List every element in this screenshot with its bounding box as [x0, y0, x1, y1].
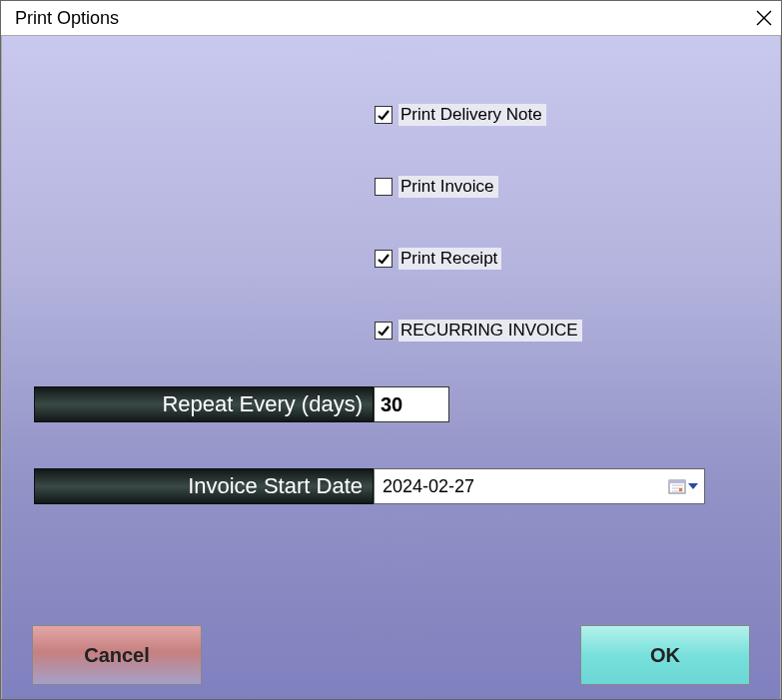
cancel-button-label: Cancel — [84, 644, 150, 667]
checkbox-delivery-note[interactable] — [375, 106, 392, 124]
start-date-row: Invoice Start Date 2024-02-27 — [34, 468, 705, 504]
print-options-window: Print Options Print Delivery Note Print … — [0, 0, 782, 700]
checkbox-label-delivery-note: Print Delivery Note — [398, 104, 546, 126]
repeat-every-input[interactable] — [374, 386, 449, 422]
start-date-value: 2024-02-27 — [383, 476, 668, 497]
repeat-every-row: Repeat Every (days) — [34, 386, 449, 422]
date-picker-icon[interactable] — [668, 478, 698, 494]
window-title: Print Options — [15, 8, 119, 29]
chevron-down-icon — [688, 483, 698, 489]
checkbox-label-recurring: RECURRING INVOICE — [398, 320, 582, 342]
checkbox-row-delivery-note: Print Delivery Note — [375, 104, 546, 126]
cancel-button[interactable]: Cancel — [32, 625, 202, 685]
checkbox-row-receipt: Print Receipt — [375, 248, 501, 270]
checkbox-row-invoice: Print Invoice — [375, 176, 498, 198]
svg-rect-7 — [679, 488, 682, 491]
ok-button-label: OK — [650, 644, 680, 667]
checkbox-receipt[interactable] — [375, 250, 392, 268]
dialog-body: Print Delivery Note Print Invoice Print … — [1, 35, 781, 699]
checkbox-label-invoice: Print Invoice — [398, 176, 498, 198]
ok-button[interactable]: OK — [580, 625, 750, 685]
start-date-label: Invoice Start Date — [34, 468, 374, 504]
checkbox-row-recurring: RECURRING INVOICE — [375, 320, 582, 342]
checkbox-invoice[interactable] — [375, 178, 392, 196]
titlebar: Print Options — [1, 1, 781, 35]
checkbox-label-receipt: Print Receipt — [398, 248, 501, 270]
repeat-every-label: Repeat Every (days) — [34, 386, 374, 422]
close-icon[interactable] — [755, 9, 773, 27]
start-date-field[interactable]: 2024-02-27 — [374, 468, 705, 504]
checkbox-recurring[interactable] — [375, 322, 392, 340]
svg-rect-3 — [669, 480, 685, 483]
